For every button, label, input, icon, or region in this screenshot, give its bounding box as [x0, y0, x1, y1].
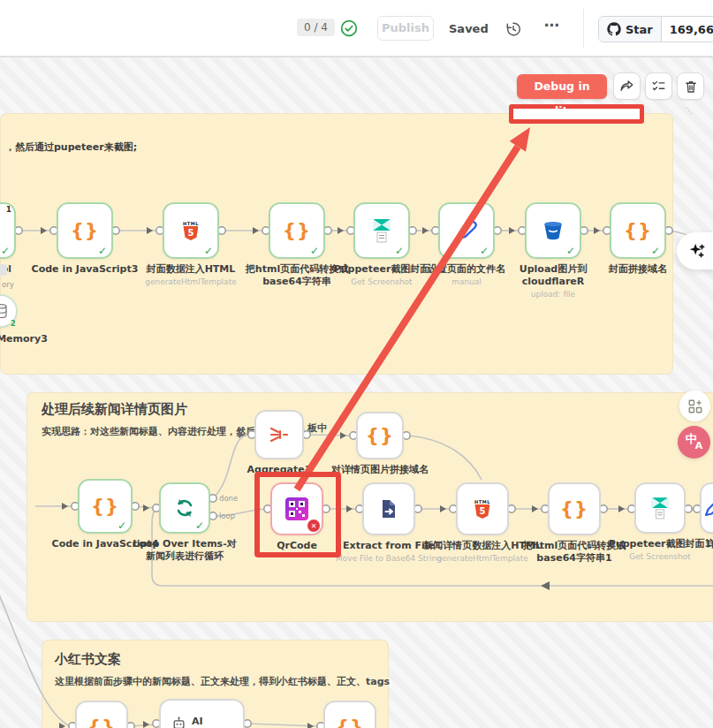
github-icon — [607, 22, 621, 36]
share-button[interactable] — [613, 72, 641, 100]
sticky-cover-text: ，然后通过pupeteer来截图; — [5, 140, 137, 154]
publish-button[interactable]: Publish — [377, 16, 434, 41]
pen-icon — [702, 497, 713, 519]
node-pen-detail-partial[interactable]: 详情页图 m — [700, 482, 713, 534]
success-check-icon: ✓ — [204, 245, 213, 257]
success-check-icon: ✓ — [118, 519, 126, 532]
aggregate-icon — [269, 424, 290, 445]
node-aggregate1[interactable]: Aggregate1 — [254, 410, 304, 459]
trash-icon — [683, 79, 699, 95]
html5-icon: HTML5 — [183, 221, 199, 240]
code-icon: {} — [624, 220, 652, 241]
node-ai-agent1[interactable]: AI Agent1 — [159, 699, 245, 728]
memory-port-label: ory — [2, 280, 14, 289]
ai-assistant-button[interactable] — [677, 232, 713, 269]
node-code-xhs-b[interactable]: {} — [323, 701, 376, 728]
workflow-active-check-icon — [340, 19, 358, 37]
database-icon — [0, 303, 9, 319]
success-check-icon: ✓ — [310, 245, 319, 257]
node-memory3-label: Memory3 — [0, 333, 62, 345]
node-domain-detail[interactable]: {} 对详情页图片拼接域名 — [356, 412, 404, 459]
success-check-icon: ✓ — [651, 245, 660, 257]
translate-button[interactable]: 中 A — [678, 426, 710, 459]
success-check-icon: ✓ — [395, 245, 404, 257]
node-extract-from-file[interactable]: Extract from File Move File to Base64 St… — [362, 482, 415, 535]
github-star-button[interactable]: Star — [599, 17, 662, 42]
success-check-icon: ✓ — [480, 245, 489, 257]
history-icon[interactable] — [504, 20, 522, 38]
annotation-rect-qrcode — [254, 472, 341, 557]
node-puppeteer-cover[interactable]: ✓ Puppeteer截图封面 Get Screenshot — [353, 202, 410, 259]
github-star-widget[interactable]: Star 169,664 — [598, 16, 713, 42]
node-partial-left[interactable]: 1✓ — [0, 202, 16, 259]
pen-icon — [455, 219, 478, 242]
delete-button[interactable] — [677, 72, 704, 100]
top-bar: 0 / 4 Publish Saved ⋯ Star 169,664 — [0, 0, 713, 57]
memory-count-badge: 2 — [11, 320, 16, 328]
sticky-xhs-title: 小红书文案 — [55, 651, 121, 668]
checklist-icon — [650, 78, 667, 95]
node-html-detail[interactable]: HTML5 新闻详情页数据注入HTML generateHtmlTemplate — [456, 482, 509, 535]
sticky-detail-subtitle-right: 板中 — [307, 421, 327, 435]
code-icon: {} — [87, 717, 116, 728]
node-code-js4[interactable]: {}✓ Code in JavaScript4 — [78, 479, 133, 534]
github-star-count[interactable]: 169,664 — [662, 17, 713, 42]
robot-icon — [171, 716, 186, 728]
redo-arrow-icon — [618, 78, 635, 95]
ai-agent-label: AI Agent1 — [192, 716, 243, 728]
node-loop-over-items[interactable]: ✓ Loop Over Items-对新闻列表进行循环 — [159, 482, 210, 534]
node-upload-cloudflare[interactable]: ✓ Upload图片到cloudflareR upload: file — [525, 202, 581, 259]
translate-a-glyph: A — [695, 440, 703, 451]
github-star-label: Star — [626, 23, 653, 36]
node-domain-cover[interactable]: {}✓ 封面拼接域名 — [610, 202, 666, 259]
node-html-cover[interactable]: HTML5 ✓ 封面数据注入HTML generateHtmlTemplate — [163, 202, 219, 259]
collapsed-tag[interactable] — [0, 264, 7, 276]
sticky-xhs-subtitle: 这里根据前面步骤中的新闻标题、正文来处理，得到小红书标题、正文、tags — [55, 675, 390, 688]
success-check-icon: ✓ — [566, 245, 575, 257]
saved-status: Saved — [449, 22, 489, 35]
code-icon: {} — [560, 498, 588, 519]
code-icon: {} — [71, 220, 99, 241]
success-check-icon: ✓ — [195, 519, 204, 532]
puppeteer-icon — [650, 497, 670, 519]
loop-loop-port-label: loop — [219, 512, 235, 520]
node-code-xhs-a[interactable]: {} — [75, 701, 128, 728]
add-node-grid-button[interactable] — [679, 391, 710, 421]
node-base64-detail[interactable]: {} 把html页面代码转换成base64字符串1 — [548, 482, 601, 535]
sticky-detail-title: 处理后续新闻详情页图片 — [42, 401, 187, 418]
items-count-badge: 1 — [6, 205, 11, 214]
code-icon: {} — [91, 496, 119, 517]
success-check-icon: ✓ — [1, 245, 10, 257]
checklist-button[interactable] — [645, 72, 672, 100]
sparkles-icon — [687, 241, 707, 261]
grid-plus-icon — [687, 398, 703, 414]
more-menu-button[interactable]: ⋯ — [544, 16, 560, 34]
html5-icon: HTML5 — [474, 499, 490, 519]
bucket-icon — [542, 219, 565, 242]
resize-handle[interactable]: ⋱ — [685, 106, 694, 115]
code-icon: {} — [283, 220, 311, 241]
loop-icon — [174, 497, 195, 519]
code-icon: {} — [366, 425, 394, 446]
node-base64-cover[interactable]: {}✓ 把html页面代码转换成base64字符串 — [269, 202, 325, 259]
puppeteer-icon — [371, 219, 392, 243]
file-export-icon — [378, 498, 399, 519]
debug-in-editor-button[interactable]: Debug in editor — [517, 74, 607, 99]
node-puppeteer-detail[interactable]: Puppeteer截图封面1 Get Screenshot — [634, 482, 686, 534]
code-icon: {} — [336, 717, 364, 728]
loop-done-port-label: done — [219, 494, 238, 503]
topbar-divider — [583, 9, 584, 48]
execution-progress-badge: 0 / 4 — [297, 19, 335, 36]
workflow-canvas[interactable]: ，然后通过pupeteer来截图; 处理后续新闻详情页图片 实现思路：对这些新闻… — [0, 57, 713, 728]
success-check-icon: ✓ — [98, 245, 107, 257]
node-code-js3[interactable]: {}✓ Code in JavaScript3 — [57, 202, 113, 259]
node-set-filename[interactable]: ✓ 设置页面的文件名 manual — [438, 202, 495, 259]
